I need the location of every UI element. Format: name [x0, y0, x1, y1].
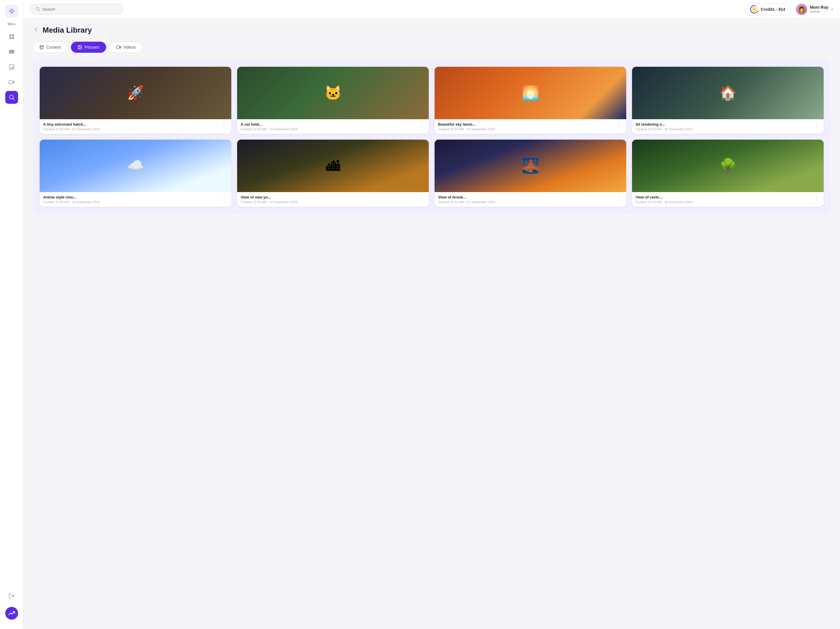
card-title: A tiny astronaut hatch...	[43, 122, 220, 126]
card-image: 🚀	[39, 67, 231, 119]
app-logo[interactable]	[5, 5, 18, 17]
credits-badge: Credits - 914	[745, 3, 790, 16]
sidebar-nav	[5, 30, 18, 590]
user-details: Moni Roy Admin	[810, 5, 828, 14]
card-menu-icon[interactable]: ⋮	[615, 122, 623, 129]
card-title: Anime style clou...	[43, 195, 220, 199]
tab-pictures-label: Pictures	[85, 45, 99, 50]
sidebar-item-video[interactable]	[5, 76, 18, 88]
svg-rect-3	[12, 35, 14, 36]
card-image: 🌅	[434, 67, 626, 119]
gallery-card[interactable]: 🐱 A cat hold... Created 12:53 AM - 19 Se…	[237, 67, 429, 134]
card-date: Created 12:53 AM - 19 September 2024	[241, 128, 418, 131]
card-info: Beautiful sky lands... Created 12:53 AM …	[438, 122, 615, 131]
card-title: View of brook...	[438, 195, 615, 199]
card-menu-icon[interactable]: ⋮	[220, 122, 228, 129]
card-info: A cat hold... Created 12:53 AM - 19 Sept…	[241, 122, 418, 131]
card-footer: A tiny astronaut hatch... Created 12:53 …	[39, 119, 231, 134]
credits-text: Credits - 914	[761, 7, 785, 12]
user-info[interactable]: 👩 Moni Roy Admin ▾	[796, 4, 833, 15]
card-title: View of new yo...	[241, 195, 418, 199]
sidebar-item-image[interactable]	[5, 61, 18, 73]
card-menu-icon[interactable]: ⋮	[220, 195, 228, 202]
sidebar-item-search[interactable]	[5, 91, 18, 104]
card-title: 3d rendering o...	[636, 122, 813, 126]
gallery-card[interactable]: 🏠 3d rendering o... Created 12:53 AM - 1…	[632, 67, 824, 134]
action-fab[interactable]	[5, 607, 18, 620]
sidebar-bottom	[5, 590, 18, 624]
svg-line-10	[13, 99, 14, 100]
page-title: Media Library	[43, 26, 92, 35]
svg-point-7	[10, 66, 11, 66]
card-image: 🌉	[434, 140, 626, 192]
card-footer: Anime style clou... Created 12:53 AM - 1…	[39, 192, 231, 207]
gallery-card[interactable]: ☁️ Anime style clou... Created 12:53 AM …	[39, 140, 231, 207]
svg-marker-23	[119, 46, 121, 48]
page-header: Media Library	[33, 26, 831, 35]
card-date: Created 12:53 AM - 19 September 2024	[636, 128, 813, 131]
svg-rect-5	[12, 37, 14, 39]
svg-rect-18	[40, 46, 43, 49]
card-date: Created 12:53 AM - 19 September 2024	[636, 200, 813, 204]
card-image: ☁️	[39, 140, 231, 192]
card-info: View of centr.... Created 12:53 AM - 19 …	[636, 195, 813, 204]
svg-rect-2	[9, 35, 11, 36]
card-menu-icon[interactable]: ⋮	[813, 122, 820, 129]
card-date: Created 12:53 AM - 19 September 2024	[43, 128, 220, 131]
tab-content-label: Content	[46, 45, 61, 50]
gallery-grid: 🚀 A tiny astronaut hatch... Created 12:5…	[39, 67, 824, 207]
gallery-card[interactable]: 🌳 View of centr.... Created 12:53 AM - 1…	[632, 140, 824, 207]
card-title: Beautiful sky lands...	[438, 122, 615, 126]
logout-button[interactable]	[5, 590, 18, 602]
svg-rect-4	[9, 37, 11, 39]
card-info: Anime style clou... Created 12:53 AM - 1…	[43, 195, 220, 204]
gallery-card[interactable]: 🚀 A tiny astronaut hatch... Created 12:5…	[39, 67, 231, 134]
search-icon	[35, 6, 40, 12]
card-menu-icon[interactable]: ⋮	[813, 195, 820, 202]
card-title: View of centr....	[636, 195, 813, 199]
gallery-card[interactable]: 🌅 Beautiful sky lands... Created 12:53 A…	[434, 67, 626, 134]
svg-rect-8	[9, 81, 13, 84]
card-date: Created 12:53 AM - 19 September 2024	[438, 128, 615, 131]
card-date: Created 12:53 AM - 19 September 2024	[241, 200, 418, 204]
svg-rect-24	[116, 46, 119, 48]
header: Credits - 914 👩 Moni Roy Admin ▾	[23, 0, 840, 19]
card-footer: Beautiful sky lands... Created 12:53 AM …	[434, 119, 626, 134]
sidebar-item-grid[interactable]	[5, 30, 18, 43]
tab-pictures[interactable]: Pictures	[71, 42, 106, 53]
svg-point-17	[753, 8, 755, 11]
card-footer: View of centr.... Created 12:53 AM - 19 …	[632, 192, 824, 207]
search-bar[interactable]	[30, 4, 124, 14]
card-menu-icon[interactable]: ⋮	[418, 195, 425, 202]
chevron-down-icon: ▾	[831, 7, 833, 11]
credits-icon	[750, 5, 758, 13]
svg-point-1	[11, 10, 13, 12]
card-info: A tiny astronaut hatch... Created 12:53 …	[43, 122, 220, 131]
back-button[interactable]	[33, 26, 39, 34]
svg-line-13	[38, 9, 39, 11]
gallery-card[interactable]: 🏙 View of new yo... Created 12:53 AM - 1…	[237, 140, 429, 207]
user-name: Moni Roy	[810, 5, 828, 9]
user-role: Admin	[810, 9, 828, 14]
tab-videos-label: Videos	[123, 45, 136, 50]
card-image: 🏠	[632, 67, 824, 119]
card-date: Created 12:53 AM - 19 September 2024	[43, 200, 220, 204]
card-info: 3d rendering o... Created 12:53 AM - 19 …	[636, 122, 813, 131]
gallery-container: 🚀 A tiny astronaut hatch... Created 12:5…	[33, 60, 831, 214]
search-input[interactable]	[42, 7, 119, 12]
card-info: View of brook... Created 12:53 AM - 19 S…	[438, 195, 615, 204]
card-menu-icon[interactable]: ⋮	[418, 122, 425, 129]
tab-content[interactable]: Content	[33, 42, 67, 53]
card-image: 🐱	[237, 67, 429, 119]
card-footer: View of new yo... Created 12:53 AM - 19 …	[237, 192, 429, 207]
tab-videos[interactable]: Videos	[110, 42, 143, 53]
card-footer: View of brook... Created 12:53 AM - 19 S…	[434, 192, 626, 207]
gallery-card[interactable]: 🌉 View of brook... Created 12:53 AM - 19…	[434, 140, 626, 207]
sidebar: Menu	[0, 0, 23, 629]
main-content: Credits - 914 👩 Moni Roy Admin ▾ Media L…	[23, 0, 840, 629]
avatar: 👩	[796, 4, 807, 15]
card-menu-icon[interactable]: ⋮	[615, 195, 623, 202]
sidebar-item-chat[interactable]	[5, 46, 18, 58]
page-content: Media Library Content Pictures Videos 🚀	[23, 19, 840, 629]
card-footer: 3d rendering o... Created 12:53 AM - 19 …	[632, 119, 824, 134]
